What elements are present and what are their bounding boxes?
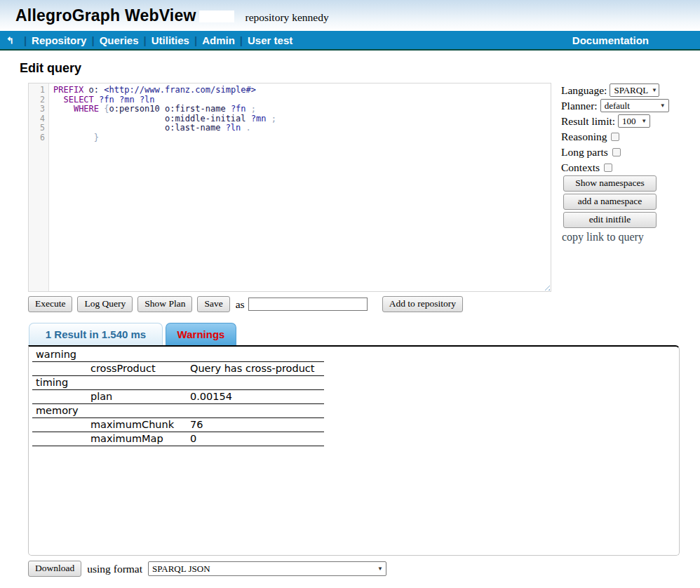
download-row: Download using format SPARQL JSON ▼: [28, 561, 700, 577]
resize-handle-icon[interactable]: [542, 283, 550, 290]
nav-separator: |: [144, 34, 147, 46]
line-number: 6: [29, 133, 45, 143]
language-select[interactable]: SPARQL ▼: [610, 83, 659, 97]
reasoning-label: Reasoning: [561, 131, 607, 143]
line-number: 3: [29, 105, 45, 114]
line-number: 1: [29, 86, 45, 95]
language-label: Language:: [561, 84, 607, 97]
query-code[interactable]: PREFIX o: <http://www.franz.com/simple#>…: [49, 83, 276, 291]
nav-item-queries[interactable]: Queries: [100, 34, 139, 46]
nav-item-utilities[interactable]: Utilities: [152, 34, 189, 46]
line-number-gutter: 123456: [29, 83, 49, 291]
actions-row: Execute Log Query Show Plan Save as Add …: [28, 296, 700, 312]
result-limit-label: Result limit:: [561, 115, 615, 128]
save-button[interactable]: Save: [197, 296, 229, 312]
indent-cell: [32, 432, 89, 446]
chevron-down-icon: ▼: [660, 102, 666, 109]
back-icon[interactable]: ↰: [6, 35, 14, 46]
page-title: Edit query: [20, 61, 700, 76]
show-namespaces-button[interactable]: Show namespaces: [563, 175, 657, 192]
result-tabs: 1 Result in 1.540 ms Warnings: [29, 323, 700, 345]
log-query-button[interactable]: Log Query: [77, 296, 133, 312]
warnings-table: warningcrossProductQuery has cross-produ…: [32, 348, 324, 446]
nav-separator: |: [24, 34, 27, 46]
planner-select-value: default: [605, 100, 630, 112]
contexts-label: Contexts: [561, 161, 600, 174]
nav-separator: |: [240, 34, 243, 46]
table-row: memory: [32, 404, 324, 418]
download-button[interactable]: Download: [28, 561, 81, 577]
query-options-panel: Language: SPARQL ▼ Planner: default ▼ Re…: [561, 83, 684, 243]
as-label: as: [236, 298, 245, 311]
table-row: crossProductQuery has cross-product: [32, 362, 324, 376]
header: AllegroGraph WebView repository kennedy: [0, 0, 700, 31]
item-name: maximumChunk: [89, 418, 189, 432]
code-line: WHERE {o:person10 o:first-name ?fn ;: [53, 105, 276, 114]
add-namespace-button[interactable]: add a namespace: [563, 194, 657, 210]
table-row: maximumMap0: [32, 432, 324, 446]
format-select[interactable]: SPARQL JSON ▼: [148, 561, 386, 576]
code-line: o:last-name ?ln .: [53, 123, 276, 133]
indent-cell: [32, 418, 89, 432]
title-box: [199, 11, 234, 22]
line-number: 2: [29, 95, 45, 105]
table-row: warning: [32, 348, 324, 362]
code-line: o:middle-initial ?mn ;: [53, 114, 276, 124]
contexts-row: Contexts: [561, 160, 684, 175]
chevron-down-icon: ▼: [641, 118, 647, 124]
item-value: 0: [189, 432, 324, 446]
contexts-checkbox[interactable]: [604, 163, 612, 172]
code-line: PREFIX o: <http://www.franz.com/simple#>: [53, 86, 276, 95]
language-row: Language: SPARQL ▼: [561, 83, 684, 98]
workspace: 123456 PREFIX o: <http://www.franz.com/s…: [0, 83, 700, 292]
planner-label: Planner:: [561, 100, 598, 112]
nav-separator: |: [194, 34, 197, 46]
copy-link-to-query[interactable]: copy link to query: [562, 231, 684, 243]
nav-item-admin[interactable]: Admin: [202, 34, 235, 46]
item-value: Query has cross-product: [189, 362, 324, 376]
item-name: maximumMap: [89, 432, 189, 446]
format-select-value: SPARQL JSON: [152, 563, 210, 575]
chevron-down-icon: ▼: [652, 87, 657, 93]
edit-initfile-button[interactable]: edit initfile: [563, 212, 657, 228]
item-name: plan: [89, 390, 189, 404]
execute-button[interactable]: Execute: [28, 296, 72, 312]
section-label: timing: [32, 376, 324, 390]
reasoning-row: Reasoning: [561, 129, 684, 144]
query-editor[interactable]: 123456 PREFIX o: <http://www.franz.com/s…: [28, 83, 551, 292]
planner-row: Planner: default ▼: [561, 98, 684, 113]
long-parts-label: Long parts: [561, 146, 608, 159]
reasoning-checkbox[interactable]: [611, 133, 619, 141]
table-row: plan0.00154: [32, 390, 324, 404]
nav-bar: ↰ |Repository|Queries|Utilities|Admin|Us…: [0, 31, 700, 51]
indent-cell: [32, 362, 89, 376]
table-row: timing: [32, 376, 324, 390]
add-to-repository-button[interactable]: Add to repository: [382, 296, 463, 312]
save-name-input[interactable]: [248, 298, 368, 311]
planner-select[interactable]: default ▼: [600, 99, 669, 112]
line-number: 5: [29, 123, 45, 133]
tab-results[interactable]: 1 Result in 1.540 ms: [29, 323, 163, 345]
section-label: warning: [32, 348, 324, 362]
code-line: SELECT ?fn ?mn ?ln: [53, 95, 276, 105]
indent-cell: [32, 390, 89, 404]
using-format-label: using format: [87, 563, 142, 575]
language-select-value: SPARQL: [614, 85, 648, 96]
item-value: 76: [189, 418, 324, 432]
app-title: AllegroGraph WebView: [15, 6, 196, 25]
item-value: 0.00154: [189, 390, 324, 404]
show-plan-button[interactable]: Show Plan: [137, 296, 192, 312]
nav-separator: |: [91, 34, 94, 46]
long-parts-checkbox[interactable]: [612, 148, 621, 156]
table-row: maximumChunk76: [32, 418, 324, 432]
line-number: 4: [29, 114, 45, 124]
nav-item-user-test[interactable]: User test: [248, 34, 292, 46]
result-limit-select-value: 100: [622, 116, 636, 127]
nav-item-documentation[interactable]: Documentation: [572, 34, 649, 46]
result-limit-row: Result limit: 100 ▼: [561, 114, 684, 128]
result-limit-select[interactable]: 100 ▼: [618, 114, 650, 128]
long-parts-row: Long parts: [561, 145, 684, 159]
tab-warnings[interactable]: Warnings: [166, 323, 236, 345]
nav-item-repository[interactable]: Repository: [32, 34, 86, 46]
nav-items: |Repository|Queries|Utilities|Admin|User…: [19, 34, 292, 46]
